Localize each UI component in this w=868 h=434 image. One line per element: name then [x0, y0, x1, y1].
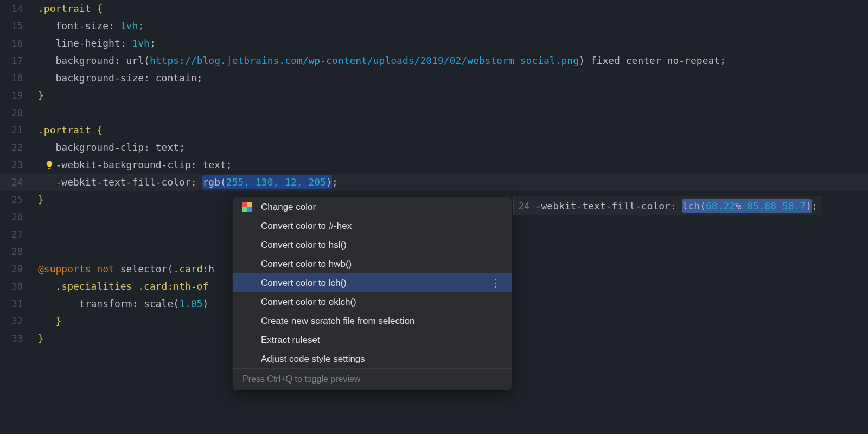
- function-token: scale: [144, 298, 173, 309]
- code-line[interactable]: 18 background-size: contain;: [0, 69, 868, 87]
- code-line[interactable]: 20: [0, 104, 868, 122]
- pseudo-token: :nth-of: [167, 280, 208, 292]
- code[interactable]: .portrait {: [38, 0, 868, 17]
- popup-item-label: Convert color to hwb(): [261, 259, 352, 270]
- popup-item[interactable]: Extract ruleset: [233, 330, 512, 349]
- more-icon[interactable]: ⋮: [491, 277, 502, 289]
- brace-token: }: [38, 194, 44, 205]
- brace-token: }: [56, 315, 62, 327]
- value-token: text: [202, 159, 226, 170]
- brace-token: }: [38, 333, 44, 344]
- paren-close-token: ): [202, 298, 208, 309]
- popup-item-label: Change color: [261, 202, 316, 213]
- gutter: 31: [0, 295, 38, 312]
- popup-item[interactable]: Convert color to hwb(): [233, 254, 512, 273]
- lightbulb-icon[interactable]: [44, 160, 54, 170]
- selector-token: .portrait: [38, 124, 91, 136]
- gutter: 18: [0, 69, 38, 87]
- code-line[interactable]: 23 -webkit-background-clip: text;: [0, 156, 868, 174]
- code-line[interactable]: 16 line-height: 1vh;: [0, 35, 868, 52]
- preview-selection: lch(68.22% 85.88 58.7): [682, 199, 812, 213]
- semicolon-token: ;: [812, 200, 818, 212]
- code-editor[interactable]: 14 .portrait { 15 font-size: 1vh; 16 lin…: [0, 0, 868, 434]
- code[interactable]: font-size: 1vh;: [38, 17, 868, 35]
- gutter: 15: [0, 17, 38, 35]
- sp: [91, 263, 97, 275]
- intention-preview: 24-webkit-text-fill-color: lch(68.22% 85…: [513, 196, 822, 215]
- code-line[interactable]: 24 -webkit-text-fill-color: rgb(255, 130…: [0, 174, 868, 191]
- code[interactable]: line-height: 1vh;: [38, 35, 868, 52]
- indent: [38, 315, 56, 327]
- property-token: -webkit-text-fill-color: [535, 200, 671, 212]
- code[interactable]: -webkit-text-fill-color: rgb(255, 130, 1…: [38, 174, 868, 191]
- number-token: 1vh: [120, 20, 138, 31]
- number-token: 68.22: [706, 200, 735, 212]
- preview-line-number: 24: [518, 200, 530, 212]
- popup-item[interactable]: Change color: [233, 197, 512, 216]
- number-token: 58.7: [782, 200, 806, 212]
- indent: [38, 20, 56, 31]
- code-line[interactable]: 14 .portrait {: [0, 0, 868, 17]
- paren-close-token: ): [326, 176, 332, 188]
- code-line[interactable]: 17 background: url(https://blog.jetbrain…: [0, 52, 868, 69]
- popup-item-label: Convert color to oklch(): [261, 297, 356, 308]
- function-token: rgb: [202, 176, 220, 188]
- gutter: 23: [0, 156, 38, 174]
- popup-item-label: Convert color to #-hex: [261, 221, 352, 232]
- semicolon-token: ;: [226, 159, 232, 170]
- function-token: lch: [682, 200, 700, 212]
- property-token: -webkit-text-fill-color: [56, 176, 191, 188]
- code[interactable]: background: url(https://blog.jetbrains.c…: [38, 52, 868, 69]
- code[interactable]: background-clip: text;: [38, 139, 868, 156]
- popup-item-label: Extract ruleset: [261, 335, 320, 346]
- gutter: 33: [0, 330, 38, 347]
- popup-item[interactable]: Convert color to hsl(): [233, 235, 512, 254]
- property-token: background-size: [56, 72, 144, 84]
- gutter: 26: [0, 208, 38, 226]
- paren-close-token: ): [579, 55, 585, 66]
- popup-item-label: Convert color to hsl(): [261, 240, 347, 251]
- brace-token: {: [91, 3, 103, 14]
- value-token: fixed center no-repeat: [585, 55, 720, 66]
- unit-token: %: [735, 200, 741, 212]
- gutter: 32: [0, 312, 38, 330]
- intention-popup[interactable]: Change colorConvert color to #-hexConver…: [232, 197, 512, 390]
- code-line[interactable]: 15 font-size: 1vh;: [0, 17, 868, 35]
- gutter: 16: [0, 35, 38, 52]
- colon-token: :: [144, 142, 156, 153]
- property-token: background-clip: [56, 142, 144, 153]
- selection: rgb(255, 130, 12, 205): [202, 175, 331, 189]
- popup-item[interactable]: Convert color to #-hex: [233, 216, 512, 235]
- gutter: 24: [0, 174, 38, 191]
- code[interactable]: }: [38, 87, 868, 104]
- colon-token: :: [144, 72, 156, 84]
- gutter: 30: [0, 278, 38, 295]
- code[interactable]: -webkit-background-clip: text;: [38, 156, 868, 174]
- popup-item[interactable]: Convert color to oklch(): [233, 292, 512, 311]
- code[interactable]: [38, 104, 868, 122]
- paren-open-token: (: [220, 176, 226, 188]
- sp: [776, 200, 782, 212]
- colon-token: :: [132, 298, 144, 309]
- code[interactable]: .portrait {: [38, 122, 868, 139]
- code-line[interactable]: 21 .portrait {: [0, 122, 868, 139]
- semicolon-token: ;: [332, 176, 338, 188]
- selector-token: .card: [138, 280, 167, 292]
- property-token: background: [56, 55, 114, 66]
- popup-item-label: Convert color to lch(): [261, 278, 347, 289]
- paren-open-token: (: [167, 263, 173, 275]
- colon-token: :: [114, 55, 126, 66]
- code-line[interactable]: 22 background-clip: text;: [0, 139, 868, 156]
- popup-item[interactable]: Create new scratch file from selection: [233, 311, 512, 330]
- value-token: contain: [156, 72, 197, 84]
- semicolon-token: ;: [720, 55, 726, 66]
- gutter: 25: [0, 191, 38, 208]
- popup-item[interactable]: Adjust code style settings: [233, 349, 512, 368]
- value-token: text: [156, 142, 179, 153]
- popup-item[interactable]: Convert color to lch()⋮: [233, 273, 512, 292]
- code-line[interactable]: 19 }: [0, 87, 868, 104]
- indent: [38, 72, 56, 84]
- gutter: 28: [0, 243, 38, 260]
- code[interactable]: background-size: contain;: [38, 69, 868, 87]
- semicolon-token: ;: [197, 72, 203, 84]
